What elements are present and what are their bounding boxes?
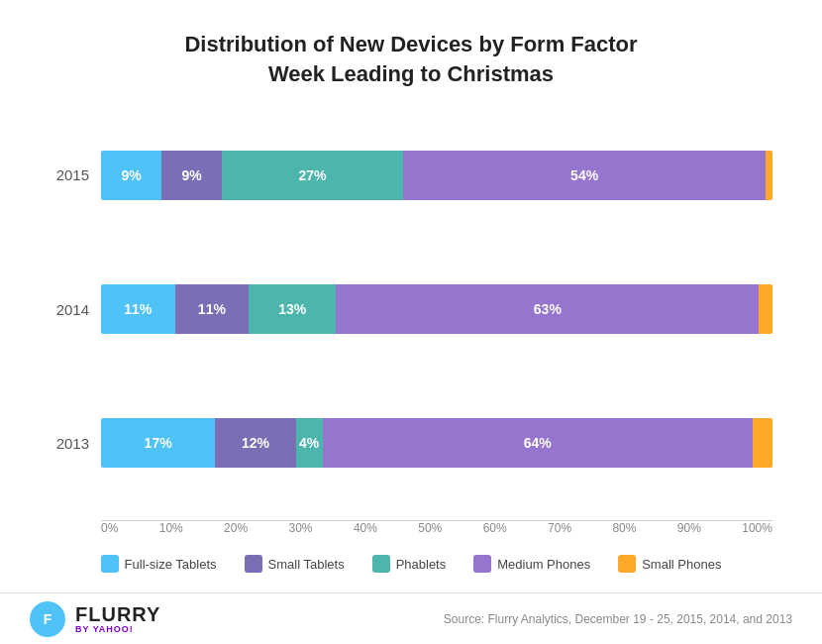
- bar-segment: 64%: [323, 418, 753, 468]
- x-tick: 20%: [224, 521, 248, 535]
- legend-swatch: [372, 555, 390, 573]
- legend-item: Small Phones: [618, 555, 721, 573]
- chart-body: 20159%9%27%54%201411%11%13%63%201317%12%…: [50, 108, 772, 541]
- logo-icon: F: [30, 601, 65, 637]
- x-tick: 90%: [677, 521, 701, 535]
- x-tick: 80%: [612, 521, 636, 535]
- footer-source: Source: Flurry Analytics, December 19 - …: [444, 612, 792, 626]
- title-line1: Distribution of New Devices by Form Fact…: [184, 32, 637, 56]
- bar-year-label: 2014: [50, 301, 89, 318]
- x-tick: 10%: [159, 521, 183, 535]
- bar-segment: 11%: [101, 284, 175, 334]
- bar-row: 201411%11%13%63%: [50, 284, 772, 334]
- x-tick: 70%: [548, 521, 571, 535]
- logo-text: FLURRY BY YAHOO!: [75, 603, 160, 635]
- bar-track: 9%9%27%54%: [101, 151, 772, 200]
- x-tick: 0%: [101, 521, 118, 535]
- legend: Full-size TabletsSmall TabletsPhabletsMe…: [50, 541, 772, 583]
- x-tick: 100%: [742, 521, 772, 535]
- bar-year-label: 2013: [50, 435, 89, 452]
- legend-label: Full-size Tablets: [125, 557, 217, 572]
- legend-label: Medium Phones: [497, 557, 590, 572]
- bar-segment: 9%: [161, 151, 222, 200]
- legend-label: Small Tablets: [268, 557, 345, 572]
- legend-swatch: [245, 555, 262, 573]
- bar-track: 11%11%13%63%: [101, 284, 772, 334]
- bar-segment: 12%: [215, 418, 295, 468]
- legend-item: Full-size Tablets: [101, 555, 217, 573]
- chart-area: Distribution of New Devices by Form Fact…: [0, 0, 822, 592]
- legend-item: Medium Phones: [473, 555, 590, 573]
- bar-segment: [766, 151, 772, 200]
- x-axis-ticks: 0%10%20%30%40%50%60%70%80%90%100%: [101, 521, 772, 535]
- x-axis: 0%10%20%30%40%50%60%70%80%90%100%: [50, 521, 772, 541]
- bar-year-label: 2015: [50, 166, 89, 183]
- bar-segment: 63%: [336, 284, 759, 334]
- bar-segment: 4%: [296, 418, 323, 468]
- bar-segment: [759, 284, 772, 334]
- bar-row: 201317%12%4%64%: [50, 418, 772, 468]
- legend-item: Phablets: [372, 555, 447, 573]
- legend-swatch: [473, 555, 491, 573]
- footer-logo: F FLURRY BY YAHOO!: [30, 601, 160, 637]
- bar-segment: 17%: [101, 418, 215, 468]
- x-tick: 60%: [483, 521, 507, 535]
- bar-segment: 9%: [101, 151, 161, 200]
- bar-segment: 54%: [403, 151, 766, 200]
- bar-segment: 13%: [249, 284, 336, 334]
- bar-segment: [753, 418, 772, 468]
- bar-segment: 27%: [222, 151, 403, 200]
- bar-rows: 20159%9%27%54%201411%11%13%63%201317%12%…: [50, 108, 772, 520]
- logo-flurry-text: FLURRY: [75, 603, 160, 625]
- legend-swatch: [618, 555, 636, 573]
- legend-swatch: [101, 555, 119, 573]
- bar-row: 20159%9%27%54%: [50, 151, 772, 200]
- bar-segment: 11%: [175, 284, 250, 334]
- x-tick: 30%: [288, 521, 312, 535]
- logo-yahoo-text: BY YAHOO!: [75, 625, 160, 635]
- title-line2: Week Leading to Christmas: [268, 61, 554, 86]
- legend-label: Small Phones: [642, 557, 721, 572]
- chart-title: Distribution of New Devices by Form Fact…: [50, 30, 772, 88]
- legend-label: Phablets: [396, 557, 447, 572]
- page-container: Distribution of New Devices by Form Fact…: [0, 0, 822, 644]
- x-tick: 40%: [354, 521, 377, 535]
- footer: F FLURRY BY YAHOO! Source: Flurry Analyt…: [0, 592, 822, 644]
- legend-item: Small Tablets: [245, 555, 345, 573]
- x-tick: 50%: [418, 521, 442, 535]
- bar-track: 17%12%4%64%: [101, 418, 772, 468]
- svg-text:F: F: [44, 611, 52, 627]
